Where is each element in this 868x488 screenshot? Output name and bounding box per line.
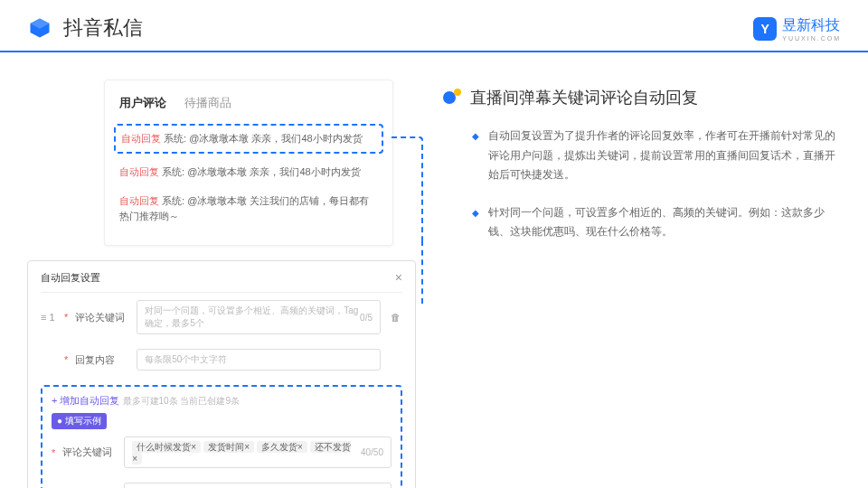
bullet-item: 自动回复设置为了提升作者的评论回复效率，作者可在开播前针对常见的评论用户问题，提… — [472, 127, 841, 185]
brand-icon: Y — [753, 17, 777, 41]
comment-item: 自动回复 系统: @冰墩墩本墩 亲亲，我们48小时内发货 — [114, 124, 383, 154]
right-panel: 直播间弹幕关键词评论自动回复 自动回复设置为了提升作者的评论回复效率，作者可在开… — [443, 80, 841, 488]
brand-block: Y 昱新科技 YUUXIN.COM — [753, 16, 841, 42]
page-header: 抖音私信 — [0, 0, 868, 52]
right-title-row: 直播间弹幕关键词评论自动回复 — [443, 87, 841, 108]
comment-text: 系统: @冰墩墩本墩 亲亲，我们48小时内发货 — [162, 166, 361, 177]
comment-item: 自动回复 系统: @冰墩墩本墩 关注我们的店铺，每日都有热门推荐哟～ — [105, 186, 392, 230]
keyword-counter: 0/5 — [360, 313, 373, 323]
example-box: + 增加自动回复 最多可建10条 当前已创建9条 ● 填写示例 * 评论关键词 … — [41, 385, 402, 488]
title-dot-icon — [443, 89, 461, 107]
content-label: 回复内容 — [75, 353, 129, 367]
add-hint: 最多可建10条 当前已创建9条 — [123, 396, 240, 406]
keyword-input[interactable]: 对同一个问题，可设置多个相近、高频的关键词，Tag确定，最多5个 0/5 — [137, 300, 381, 334]
settings-panel: 自动回复设置 × ≡ 1 * 评论关键词 对同一个问题，可设置多个相近、高频的关… — [27, 260, 416, 488]
brand-sub: YUUXIN.COM — [782, 35, 841, 42]
brand-name: 昱新科技 — [782, 16, 841, 35]
comment-item: 自动回复 系统: @冰墩墩本墩 亲亲，我们48小时内发货 — [105, 157, 392, 187]
close-icon[interactable]: × — [395, 270, 402, 285]
tabs: 用户评论 待播商品 — [105, 95, 392, 120]
required-star: * — [64, 312, 68, 323]
comment-text: 系统: @冰墩墩本墩 亲亲，我们48小时内发货 — [164, 133, 363, 144]
connector-line — [392, 136, 423, 240]
example-content-input[interactable]: 亲，我们这边都是下单48小时内发货的哦～ 37/50 — [124, 483, 392, 488]
bullet-item: 针对同一个问题，可设置多个相近的、高频的关键词。例如：这款多少钱、这块能优惠吗、… — [472, 203, 841, 242]
example-keyword-label: 评论关键词 — [62, 446, 117, 459]
tab-user-comments[interactable]: 用户评论 — [119, 95, 166, 111]
add-auto-reply-link[interactable]: + 增加自动回复 — [52, 395, 119, 406]
right-title: 直播间弹幕关键词评论自动回复 — [470, 87, 698, 108]
required-star: * — [64, 354, 68, 365]
content-input[interactable]: 每条限50个中文字符 — [137, 349, 381, 371]
page-title: 抖音私信 — [63, 14, 143, 42]
bullet-list: 自动回复设置为了提升作者的评论回复效率，作者可在开播前针对常见的评论用户问题，提… — [443, 127, 841, 242]
delete-icon[interactable]: 🗑 — [388, 312, 402, 323]
example-keyword-input[interactable]: 什么时候发货×发货时间×多久发货×还不发货× 40/50 — [124, 436, 392, 468]
example-badge: ● 填写示例 — [52, 413, 107, 429]
auto-reply-label: 自动回复 — [119, 166, 159, 177]
connector-line-2 — [421, 240, 423, 304]
settings-title: 自动回复设置 — [41, 271, 100, 285]
left-panel: 用户评论 待播商品 自动回复 系统: @冰墩墩本墩 亲亲，我们48小时内发货 自… — [27, 80, 407, 488]
app-logo-icon — [27, 15, 52, 41]
row-number: ≡ 1 — [41, 312, 57, 323]
auto-reply-label: 自动回复 — [119, 195, 159, 206]
keyword-label: 评论关键词 — [75, 311, 129, 324]
example-tags: 什么时候发货×发货时间×多久发货×还不发货× — [132, 441, 361, 464]
auto-reply-label: 自动回复 — [121, 133, 161, 144]
tab-pending-products[interactable]: 待播商品 — [184, 95, 231, 111]
comment-box: 用户评论 待播商品 自动回复 系统: @冰墩墩本墩 亲亲，我们48小时内发货 自… — [104, 80, 393, 246]
